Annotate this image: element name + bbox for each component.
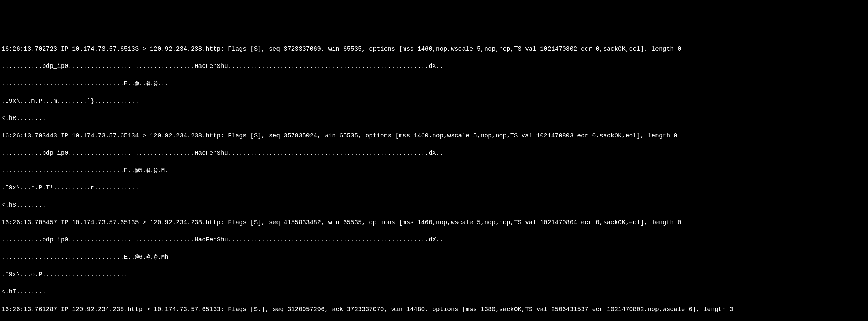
tcpdump-line: <.hT........ [1, 288, 867, 296]
tcpdump-line: ...........pdp_ip0................. ....… [1, 62, 867, 71]
tcpdump-line: 16:26:13.703443 IP 10.174.73.57.65134 > … [1, 132, 867, 140]
tcpdump-line: .................................E..@5.@… [1, 166, 867, 175]
tcpdump-line: 16:26:13.705457 IP 10.174.73.57.65135 > … [1, 218, 867, 227]
tcpdump-line: .I9x\...n.P.T!..........r............ [1, 184, 867, 192]
tcpdump-line: ...........pdp_ip0................. ....… [1, 236, 867, 244]
tcpdump-line: 16:26:13.702723 IP 10.174.73.57.65133 > … [1, 45, 867, 53]
tcpdump-line: .................................E..@6.@… [1, 253, 867, 261]
tcpdump-line: ...........pdp_ip0................. ....… [1, 149, 867, 157]
tcpdump-line: <.hS........ [1, 201, 867, 209]
tcpdump-line: .I9x\...m.P...m........`}............ [1, 97, 867, 105]
terminal-output: 16:26:13.702723 IP 10.174.73.57.65133 > … [1, 36, 867, 321]
tcpdump-line: .I9x\...o.P....................... [1, 270, 867, 279]
tcpdump-line: 16:26:13.761287 IP 120.92.234.238.http >… [1, 305, 867, 314]
tcpdump-line: <.hR........ [1, 114, 867, 123]
tcpdump-line: .................................E..@..@… [1, 80, 867, 88]
